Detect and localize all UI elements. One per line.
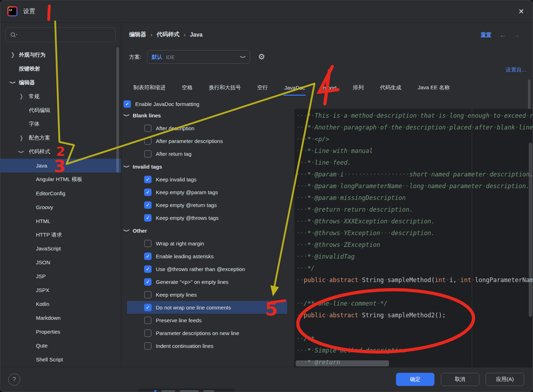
forward-arrow-icon[interactable]: → <box>513 31 526 39</box>
checkbox[interactable]: ✓ <box>144 214 152 222</box>
sidebar-item-Shell-Script[interactable]: Shell Script <box>0 353 121 366</box>
chevron-right-icon[interactable]: ❯ <box>19 135 24 141</box>
gear-icon[interactable]: ⚙ <box>258 52 265 62</box>
sidebar-item-编辑器[interactable]: ❯编辑器 <box>0 76 121 90</box>
checkbox[interactable]: ✓ <box>144 278 152 286</box>
tab-制表符和缩进[interactable]: 制表符和缩进 <box>133 80 166 96</box>
scheme-select[interactable]: 默认 IDE ❯ <box>147 50 250 64</box>
option-row-keep-empty-lines[interactable]: Keep empty lines <box>121 288 294 301</box>
section-header-Invalid-tags[interactable]: ❯Invalid tags <box>121 160 294 173</box>
apply-button[interactable]: 应用(A) <box>486 373 524 386</box>
sidebar-item-外观与行为[interactable]: ❯外观与行为 <box>0 48 121 62</box>
sidebar-item-JSPX[interactable]: JSPX <box>0 283 121 297</box>
section-header-Blank-lines[interactable]: ❯Blank lines <box>121 109 294 122</box>
option-row-keep-empty-return-tags[interactable]: ✓Keep empty @return tags <box>121 198 294 211</box>
tab-排列[interactable]: 排列 <box>352 80 364 96</box>
checkbox[interactable] <box>144 125 152 132</box>
sidebar-item-Groovy[interactable]: Groovy <box>0 200 121 214</box>
tab-Java-EE-名称[interactable]: Java EE 名称 <box>417 80 450 96</box>
chevron-down-icon[interactable]: ❯ <box>123 113 130 118</box>
option-row-keep-empty-throws-tags[interactable]: ✓Keep empty @throws tags <box>121 211 294 224</box>
option-row-generate-p-on-empty-lines[interactable]: ✓Generate "<p>" on empty lines <box>121 275 294 288</box>
checkbox-enable-javadoc[interactable]: ✓ <box>123 100 131 108</box>
reset-link[interactable]: 重置 <box>481 32 491 38</box>
breadcrumb-item[interactable]: Java <box>190 32 203 38</box>
sidebar-item-Properties[interactable]: Properties <box>0 325 121 339</box>
checkbox[interactable] <box>144 342 152 350</box>
checkbox[interactable] <box>144 329 152 337</box>
breadcrumb-item[interactable]: 编辑器 <box>129 31 146 38</box>
tab-Import[interactable]: Import <box>321 80 337 96</box>
preview-horizontal-scrollbar[interactable] <box>296 360 389 366</box>
checkbox[interactable] <box>144 137 152 145</box>
option-row-parameter-descriptions-on-new-line[interactable]: Parameter descriptions on new line <box>121 327 294 339</box>
sidebar-item-HTTP-请求[interactable]: HTTP 请求 <box>0 228 121 242</box>
option-row-use-throws-rather-than-exception[interactable]: ✓Use @throws rather than @exception <box>121 263 294 275</box>
option-row-keep-invalid-tags[interactable]: ✓Keep invalid tags <box>121 173 294 186</box>
sidebar-item-Qute[interactable]: Qute <box>0 339 121 353</box>
sidebar-item-Angular-HTML-模板[interactable]: Angular HTML 模板 <box>0 173 121 186</box>
back-arrow-icon[interactable]: ← <box>499 31 513 39</box>
chevron-right-icon[interactable]: ❯ <box>11 52 15 58</box>
sidebar-item-HTML[interactable]: HTML <box>0 214 121 228</box>
checkbox[interactable]: ✓ <box>144 265 152 273</box>
tab-空行[interactable]: 空行 <box>257 80 269 96</box>
sidebar-item-按键映射[interactable]: 按键映射 <box>0 62 121 76</box>
sidebar-item-EditorConfig[interactable]: EditorConfig <box>0 186 121 200</box>
sidebar-item-常规[interactable]: ❯常规 <box>0 90 121 104</box>
checkbox[interactable] <box>144 317 152 324</box>
option-row-preserve-line-feeds[interactable]: Preserve line feeds <box>121 314 294 327</box>
checkbox[interactable]: ✓ <box>144 253 152 260</box>
tab-空格[interactable]: 空格 <box>181 80 193 96</box>
option-label: Wrap at right margin <box>156 240 204 247</box>
checkbox[interactable] <box>144 150 152 158</box>
checkbox[interactable]: ✓ <box>144 304 152 311</box>
code-line: ··public·abstract·String·sampleMethod(in… <box>296 274 533 286</box>
sidebar-item-Kotlin[interactable]: Kotlin <box>0 297 121 311</box>
help-button[interactable]: ? <box>8 374 20 386</box>
checkbox[interactable]: ✓ <box>144 189 152 196</box>
sidebar-item-Markdown[interactable]: Markdown <box>0 311 121 325</box>
option-row-after-description[interactable]: After description <box>121 122 294 134</box>
checkbox[interactable] <box>144 291 152 298</box>
sidebar-item-Java[interactable]: Java <box>0 159 121 173</box>
settings-from-link[interactable]: 设置自... <box>506 67 526 73</box>
option-row-after-parameter-descriptions[interactable]: After parameter descriptions <box>121 134 294 147</box>
checkbox[interactable] <box>144 240 152 247</box>
sidebar-item-JSP[interactable]: JSP <box>0 269 121 283</box>
option-row-keep-empty-param-tags[interactable]: ✓Keep empty @param tags <box>121 186 294 198</box>
option-row-do-not-wrap-one-line-comments[interactable]: ✓Do not wrap one line comments <box>121 301 294 314</box>
enable-javadoc-row[interactable]: ✓ Enable JavaDoc formatting <box>123 99 199 109</box>
cancel-button[interactable]: 取消 <box>441 373 479 386</box>
chevron-down-icon[interactable]: ❯ <box>123 228 130 233</box>
sidebar-item-字体[interactable]: 字体 <box>0 117 121 131</box>
tab-代码生成[interactable]: 代码生成 <box>379 80 402 96</box>
chevron-down-icon[interactable]: ❯ <box>123 164 130 169</box>
option-row-enable-leading-asterisks[interactable]: ✓Enable leading asterisks <box>121 250 294 263</box>
sidebar-item-JavaScript[interactable]: JavaScript <box>0 242 121 255</box>
sidebar-item-配色方案[interactable]: ❯配色方案 <box>0 131 121 145</box>
chevron-down-icon[interactable]: ❯ <box>18 149 25 154</box>
tab-JavaDoc[interactable]: JavaDoc <box>284 80 306 96</box>
option-row-wrap-at-right-margin[interactable]: Wrap at right margin <box>121 237 294 250</box>
ok-button[interactable]: 确定 <box>396 373 434 386</box>
chevron-down-icon[interactable]: ❯ <box>10 80 16 85</box>
option-row-after-return-tag[interactable]: After return tag <box>121 147 294 160</box>
checkbox[interactable]: ✓ <box>144 201 152 209</box>
checkbox[interactable]: ✓ <box>144 176 152 183</box>
search-input[interactable] <box>18 32 100 38</box>
sidebar-item-代码编辑[interactable]: 代码编辑 <box>0 104 121 117</box>
option-row-indent-continuation-lines[interactable]: Indent continuation lines <box>121 339 294 352</box>
sidebar-item-代码样式[interactable]: ❯代码样式 <box>0 145 121 159</box>
breadcrumb-item[interactable]: 代码样式 <box>157 31 179 38</box>
sidebar-item-JSON[interactable]: JSON <box>0 255 121 269</box>
sidebar-scrollbar[interactable] <box>116 47 119 173</box>
preview-vertical-scrollbar[interactable] <box>529 143 532 317</box>
close-button[interactable]: ✕ <box>515 5 528 18</box>
section-header-Other[interactable]: ❯Other <box>121 224 294 237</box>
chevron-right-icon[interactable]: ❯ <box>19 93 24 100</box>
tab-换行和大括号[interactable]: 换行和大括号 <box>208 80 242 96</box>
search-box[interactable] <box>5 27 116 42</box>
scheme-value: 默认 <box>152 54 162 60</box>
code-preview-panel: ···*·This·is·a·method·description·that·i… <box>294 109 533 367</box>
